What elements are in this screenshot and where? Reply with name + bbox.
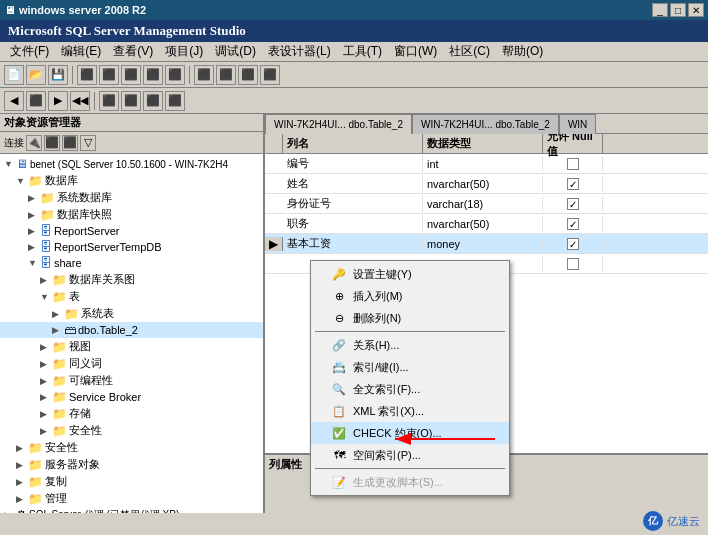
menu-help[interactable]: 帮助(O) xyxy=(496,42,549,61)
tree-item-programmability[interactable]: ▶ 📁 可编程性 xyxy=(0,372,263,389)
table-tab-2[interactable]: WIN-7K2H4UI... dbo.Table_2 xyxy=(412,114,559,134)
expand-synonyms[interactable]: ▶ xyxy=(40,359,52,369)
expand-reportserver[interactable]: ▶ xyxy=(28,226,40,236)
menu-view[interactable]: 查看(V) xyxy=(107,42,159,61)
expand-management[interactable]: ▶ xyxy=(16,494,28,504)
expand-systables[interactable]: ▶ xyxy=(52,309,64,319)
ctx-xml-index[interactable]: 📋 XML 索引(X)... xyxy=(311,400,509,422)
cell-name-5[interactable]: 基本工资 xyxy=(283,235,423,252)
tree-item-replication[interactable]: ▶ 📁 复制 xyxy=(0,473,263,490)
tree-item-sqlagent[interactable]: ▶ ⚙ SQL Server 代理 (已禁用代理 XP) xyxy=(0,507,263,513)
table-tab-1[interactable]: WIN-7K2H4UI... dbo.Table_2 xyxy=(265,114,412,134)
checkbox-6[interactable] xyxy=(567,258,579,270)
cell-null-6[interactable] xyxy=(543,257,603,271)
explorer-refresh-btn[interactable]: ⬛ xyxy=(62,135,78,151)
ctx-relationships[interactable]: 🔗 关系(H)... xyxy=(311,334,509,356)
tree-item-views[interactable]: ▶ 📁 视图 xyxy=(0,338,263,355)
tree-item-reportserver[interactable]: ▶ 🗄 ReportServer xyxy=(0,223,263,239)
table-tab-3[interactable]: WIN xyxy=(559,114,596,134)
tree-item-snapshots[interactable]: ▶ 📁 数据库快照 xyxy=(0,206,263,223)
tree-item-security-share[interactable]: ▶ 📁 安全性 xyxy=(0,422,263,439)
tree-item-systables[interactable]: ▶ 📁 系统表 xyxy=(0,305,263,322)
expand-snapshots[interactable]: ▶ xyxy=(28,210,40,220)
expand-servicebroker[interactable]: ▶ xyxy=(40,392,52,402)
tb-btn-6[interactable]: ⬛ xyxy=(194,65,214,85)
tb2-btn-1[interactable]: ◀ xyxy=(4,91,24,111)
table-row[interactable]: 身份证号 varchar(18) xyxy=(265,194,708,214)
expand-sqlagent[interactable]: ▶ xyxy=(4,510,16,513)
expand-programmability[interactable]: ▶ xyxy=(40,376,52,386)
tree-item-diagrams[interactable]: ▶ 📁 数据库关系图 xyxy=(0,271,263,288)
cell-type-5[interactable]: money xyxy=(423,237,543,251)
tb-btn-3[interactable]: ⬛ xyxy=(121,65,141,85)
expand-diagrams[interactable]: ▶ xyxy=(40,275,52,285)
tb-btn-2[interactable]: ⬛ xyxy=(99,65,119,85)
ctx-fulltext-index[interactable]: 🔍 全文索引(F)... xyxy=(311,378,509,400)
tree-item-share[interactable]: ▼ 🗄 share xyxy=(0,255,263,271)
checkbox-4[interactable] xyxy=(567,218,579,230)
cell-type-3[interactable]: varchar(18) xyxy=(423,197,543,211)
tb2-btn-8[interactable]: ⬛ xyxy=(165,91,185,111)
checkbox-1[interactable] xyxy=(567,158,579,170)
tb2-btn-6[interactable]: ⬛ xyxy=(121,91,141,111)
menu-project[interactable]: 项目(J) xyxy=(159,42,209,61)
tree-item-security[interactable]: ▶ 📁 安全性 xyxy=(0,439,263,456)
cell-name-3[interactable]: 身份证号 xyxy=(283,195,423,212)
menu-edit[interactable]: 编辑(E) xyxy=(55,42,107,61)
expand-share[interactable]: ▼ xyxy=(28,258,40,268)
tree-item-storage[interactable]: ▶ 📁 存储 xyxy=(0,405,263,422)
tb2-btn-4[interactable]: ◀◀ xyxy=(70,91,90,111)
tree-item-management[interactable]: ▶ 📁 管理 xyxy=(0,490,263,507)
expand-serverobjects[interactable]: ▶ xyxy=(16,460,28,470)
cell-name-2[interactable]: 姓名 xyxy=(283,175,423,192)
tree-item-synonyms[interactable]: ▶ 📁 同义词 xyxy=(0,355,263,372)
cell-type-1[interactable]: int xyxy=(423,157,543,171)
cell-null-1[interactable] xyxy=(543,157,603,171)
expand-security[interactable]: ▶ xyxy=(16,443,28,453)
menu-debug[interactable]: 调试(D) xyxy=(209,42,262,61)
table-row[interactable]: 职务 nvarchar(50) xyxy=(265,214,708,234)
open-button[interactable]: 📂 xyxy=(26,65,46,85)
menu-file[interactable]: 文件(F) xyxy=(4,42,55,61)
tb-btn-5[interactable]: ⬛ xyxy=(165,65,185,85)
tb-btn-1[interactable]: ⬛ xyxy=(77,65,97,85)
expand-tables[interactable]: ▼ xyxy=(40,292,52,302)
cell-name-4[interactable]: 职务 xyxy=(283,215,423,232)
cell-null-3[interactable] xyxy=(543,197,603,211)
expand-server[interactable]: ▼ xyxy=(4,159,16,169)
tb2-btn-2[interactable]: ⬛ xyxy=(26,91,46,111)
maximize-button[interactable]: □ xyxy=(670,3,686,17)
cell-null-2[interactable] xyxy=(543,177,603,191)
cell-null-4[interactable] xyxy=(543,217,603,231)
tree-item-server[interactable]: ▼ 🖥 benet (SQL Server 10.50.1600 - WIN-7… xyxy=(0,156,263,172)
expand-sysdb[interactable]: ▶ xyxy=(28,193,40,203)
tree-item-reportservertmp[interactable]: ▶ 🗄 ReportServerTempDB xyxy=(0,239,263,255)
cell-type-2[interactable]: nvarchar(50) xyxy=(423,177,543,191)
tb-btn-7[interactable]: ⬛ xyxy=(216,65,236,85)
expand-replication[interactable]: ▶ xyxy=(16,477,28,487)
new-query-button[interactable]: 📄 xyxy=(4,65,24,85)
save-button[interactable]: 💾 xyxy=(48,65,68,85)
tb-btn-9[interactable]: ⬛ xyxy=(260,65,280,85)
explorer-disconnect-btn[interactable]: ⬛ xyxy=(44,135,60,151)
expand-storage[interactable]: ▶ xyxy=(40,409,52,419)
tb-btn-8[interactable]: ⬛ xyxy=(238,65,258,85)
tb-btn-4[interactable]: ⬛ xyxy=(143,65,163,85)
expand-databases[interactable]: ▼ xyxy=(16,176,28,186)
menu-tabledesigner[interactable]: 表设计器(L) xyxy=(262,42,337,61)
table-row[interactable]: 编号 int xyxy=(265,154,708,174)
explorer-filter-btn[interactable]: ▽ xyxy=(80,135,96,151)
cell-type-4[interactable]: nvarchar(50) xyxy=(423,217,543,231)
ctx-indexes-keys[interactable]: 📇 索引/键(I)... xyxy=(311,356,509,378)
explorer-connect-btn[interactable]: 🔌 xyxy=(26,135,42,151)
tb2-btn-5[interactable]: ⬛ xyxy=(99,91,119,111)
tree-item-tables[interactable]: ▼ 📁 表 xyxy=(0,288,263,305)
tree-item-dbo-table2[interactable]: ▶ 🗃 dbo.Table_2 xyxy=(0,322,263,338)
menu-community[interactable]: 社区(C) xyxy=(443,42,496,61)
close-button[interactable]: ✕ xyxy=(688,3,704,17)
checkbox-3[interactable] xyxy=(567,198,579,210)
tb2-btn-7[interactable]: ⬛ xyxy=(143,91,163,111)
ctx-insert-column[interactable]: ⊕ 插入列(M) xyxy=(311,285,509,307)
tree-item-sysdb[interactable]: ▶ 📁 系统数据库 xyxy=(0,189,263,206)
cell-null-5[interactable] xyxy=(543,237,603,251)
